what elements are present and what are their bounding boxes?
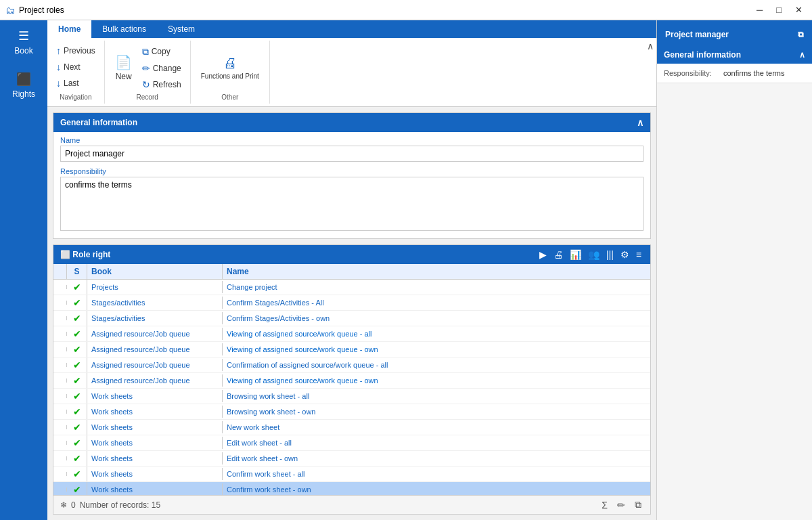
maximize-button[interactable]: □ [772,3,786,16]
row-book-4: Assigned resource/Job queue [87,343,223,355]
table-row[interactable]: ✔ Stages/activities Confirm Stages/Activ… [53,295,650,311]
general-info-collapse[interactable]: ∧ [637,117,644,128]
row-check-4 [53,347,67,351]
row-book-9: Work sheets [87,421,223,433]
row-check-0 [53,285,67,289]
close-button[interactable]: ✕ [791,3,807,16]
row-check-12 [53,472,67,476]
tab-bulk-actions[interactable]: Bulk actions [91,20,157,38]
ribbon-collapse-button[interactable]: ∧ [647,41,654,51]
record-label-display: Record [137,93,158,101]
row-status-0: ✔ [67,280,87,295]
right-panel-section-label: General information [664,50,741,60]
tab-home[interactable]: Home [47,20,91,38]
footer-copy-button[interactable]: ⧉ [633,498,644,511]
toolbar-print-button[interactable]: 🖨 [551,248,565,261]
minimize-button[interactable]: ─ [752,3,767,16]
toolbar-users-button[interactable]: 👥 [586,248,602,261]
table-toolbar: ▶ 🖨 📊 👥 ||| ⚙ ≡ [537,248,644,261]
table-row[interactable]: ✔ Projects Change project [53,280,650,295]
sidebar: ☰ Book ⬛ Rights [0,20,47,520]
right-panel-responsibility-row: Responsibility: confirms the terms [657,64,812,83]
nav-next-button[interactable]: ↓ Next [53,60,99,74]
nav-last-button[interactable]: ↓ Last [53,76,99,91]
row-name-5: Confirmation of assigned source/work que… [223,359,650,371]
tab-system[interactable]: System [157,20,206,38]
row-check-8 [53,410,67,414]
table-row[interactable]: ✔ Assigned resource/Job queue Confirmati… [53,358,650,373]
row-check-10 [53,441,67,445]
window-title: Project roles [19,5,64,15]
table-row[interactable]: ✔ Stages/activities Confirm Stages/Activ… [53,311,650,326]
ribbon-tabs: Home Bulk actions System [47,20,656,38]
nav-previous-button[interactable]: ↑ Previous [53,43,99,58]
row-check-2 [53,316,67,320]
last-icon: ↓ [56,78,61,89]
check-icon-5: ✔ [73,360,81,370]
check-icon-2: ✔ [73,313,81,324]
row-check-13 [53,488,67,492]
footer-left: ❄ 0 Number of records: 15 [60,500,160,510]
table-row[interactable]: ✔ Work sheets Edit work sheet - all [53,435,650,451]
toolbar-settings-button[interactable]: ⚙ [618,248,631,261]
copy-button[interactable]: ⧉ Copy [139,44,185,60]
right-panel-external-icon[interactable]: ⧉ [798,30,804,39]
row-check-5 [53,363,67,367]
toolbar-bars-button[interactable]: ||| [604,248,616,261]
row-name-0: Change project [223,281,650,293]
footer-edit-button[interactable]: ✏ [615,498,627,511]
sidebar-item-rights[interactable]: ⬛ Rights [0,64,47,107]
refresh-button[interactable]: ↻ Refresh [139,77,185,92]
sidebar-item-book[interactable]: ☰ Book [0,20,47,64]
ribbon-group-other: 🖨 Functions and Print Other [191,41,270,104]
row-status-6: ✔ [67,373,87,388]
functions-print-button[interactable]: 🖨 Functions and Print [196,52,264,84]
row-status-9: ✔ [67,420,87,435]
toolbar-play-button[interactable]: ▶ [537,248,549,261]
name-input[interactable] [60,146,644,162]
table-row[interactable]: ✔ Work sheets Confirm work sheet - all [53,467,650,482]
responsibility-input[interactable]: confirms the terms [60,177,644,231]
col-book-header: Book [87,264,223,279]
table-row[interactable]: ✔ Assigned resource/Job queue Viewing of… [53,373,650,389]
footer-right: Σ ✏ ⧉ [600,498,644,511]
right-panel-collapse-icon[interactable]: ∧ [799,50,805,60]
functions-print-label: Functions and Print [201,72,259,81]
other-group-content: 🖨 Functions and Print [196,43,264,92]
responsibility-row: Responsibility confirms the terms [53,165,650,238]
change-button[interactable]: ✏ Change [139,61,185,76]
next-icon: ↓ [56,62,61,72]
table-footer: ❄ 0 Number of records: 15 Σ ✏ ⧉ [53,495,650,514]
row-name-13: Confirm work sheet - own [223,483,650,495]
responsibility-label: Responsibility [60,167,644,175]
footer-snowflake-icon: ❄ [60,500,67,510]
next-label: Next [64,62,81,72]
check-icon-13: ✔ [73,484,81,495]
change-label: Change [153,64,181,73]
table-row[interactable]: ✔ Work sheets New work sheet [53,420,650,435]
row-check-7 [53,394,67,398]
table-row[interactable]: ✔ Assigned resource/Job queue Viewing of… [53,326,650,342]
footer-sum-button[interactable]: Σ [600,498,610,511]
table-row[interactable]: ✔ Assigned resource/Job queue Viewing of… [53,342,650,358]
table-row[interactable]: ✔ Work sheets Browsing work sheet - all [53,389,650,404]
table-row[interactable]: ✔ Work sheets Edit work sheet - own [53,451,650,467]
new-icon: 📄 [115,54,132,70]
other-group-label: Other [221,93,238,101]
row-status-3: ✔ [67,326,87,341]
row-check-1 [53,301,67,305]
row-book-3: Assigned resource/Job queue [87,328,223,340]
role-right-section: ⬜ Role right ▶ 🖨 📊 👥 ||| ⚙ ≡ [53,244,651,515]
row-status-10: ✔ [67,435,87,450]
table-row[interactable]: ✔ Work sheets Browsing work sheet - own [53,404,650,420]
row-book-2: Stages/activities [87,312,223,324]
table-row[interactable]: ✔ Work sheets Confirm work sheet - own [53,482,650,495]
row-book-8: Work sheets [87,406,223,418]
row-name-11: Edit work sheet - own [223,452,650,464]
toolbar-menu-button[interactable]: ≡ [634,248,644,261]
row-book-12: Work sheets [87,468,223,480]
new-button[interactable]: 📄 New [110,51,137,85]
toolbar-chart-button[interactable]: 📊 [568,248,583,261]
row-name-3: Viewing of assigned source/work queue - … [223,328,650,340]
content-area: Home Bulk actions System ↑ Previous ↓ Ne… [47,20,656,520]
